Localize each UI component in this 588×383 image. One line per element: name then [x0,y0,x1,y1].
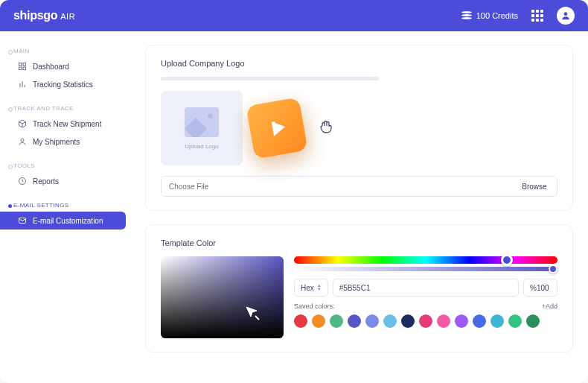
sidebar-item-email-custom[interactable]: E-mail Customization [0,212,126,230]
color-swatch[interactable] [401,314,415,328]
brand: shipsgo AIR [13,9,75,22]
browse-button[interactable]: Browse [512,177,557,196]
alpha-handle[interactable] [549,265,557,273]
dragged-logo-preview[interactable] [246,97,307,159]
dashboard-icon [18,62,27,71]
svg-rect-1 [19,63,22,66]
color-swatch[interactable] [365,314,379,328]
color-swatch[interactable] [330,314,343,328]
clock-icon [18,177,27,186]
color-swatch[interactable] [455,314,468,328]
svg-line-12 [255,316,259,320]
color-swatch[interactable] [419,314,432,328]
nav-group-tools: TOOLS [0,158,130,172]
sidebar-item-dashboard[interactable]: Dashboard [0,57,130,75]
color-swatch[interactable] [508,314,522,328]
nav-label: My Shipments [33,138,80,146]
upload-box-label: Upload Logo [185,143,218,150]
swatch-list [294,314,557,328]
nav-label: Track New Shipment [33,120,101,128]
main-content: Upload Company Logo Upload Logo Browse [130,31,588,383]
nav-group-main: MAIN [0,43,130,57]
user-icon [18,137,27,146]
hue-handle[interactable] [501,254,513,266]
alpha-slider[interactable] [294,267,557,271]
sidebar-item-tracking-stats[interactable]: Tracking Statistics [0,75,130,93]
stats-icon [18,80,27,89]
upload-card: Upload Company Logo Upload Logo Browse [145,45,573,211]
color-swatch[interactable] [473,314,486,328]
mail-icon [18,216,27,225]
header: shipsgo AIR 100 Credits [0,0,588,31]
svg-rect-4 [23,67,26,70]
color-title: Template Color [161,238,557,247]
color-swatch[interactable] [437,314,450,328]
credits-label: 100 Credits [476,11,518,20]
credits[interactable]: 100 Credits [461,11,518,20]
sidebar-item-my-shipments[interactable]: My Shipments [0,133,130,151]
saved-colors-label: Saved colors: [294,303,335,310]
color-swatch[interactable] [526,314,540,328]
cursor-click-icon [243,304,261,325]
header-right: 100 Credits [461,7,575,25]
svg-point-0 [564,12,568,16]
svg-rect-2 [23,63,26,66]
nav-group-track: TRACK AND TRACE [0,101,130,115]
format-value: Hex [301,284,314,292]
color-swatch[interactable] [312,314,325,328]
upload-progress [161,77,379,80]
nav-label: Reports [33,177,59,186]
file-chooser: Browse [161,176,557,197]
sidebar: MAIN Dashboard Tracking Statistics TRACK… [0,31,130,383]
avatar-icon[interactable] [557,7,575,25]
nav-label: Dashboard [33,63,69,71]
hue-slider[interactable] [294,256,557,264]
upload-title: Upload Company Logo [161,59,557,68]
color-swatch[interactable] [348,314,361,328]
hex-input[interactable]: #5B55C1 [333,279,519,297]
package-icon [18,119,27,128]
nav-label: Tracking Statistics [33,80,93,89]
color-swatch[interactable] [383,314,397,328]
image-placeholder-icon [185,107,219,137]
color-card: Template Color Hex ▲▼ #5B55C1 [145,224,573,352]
nav-group-email: E-MAIL SETTINGS [0,197,130,212]
color-swatch[interactable] [294,314,307,328]
brand-main: shipsgo [13,9,57,22]
nav-label: E-mail Customization [33,217,103,225]
coins-icon [461,11,472,20]
svg-rect-3 [19,67,22,70]
chevron-updown-icon: ▲▼ [317,284,322,291]
format-select[interactable]: Hex ▲▼ [294,279,328,297]
file-input[interactable] [162,177,512,196]
color-swatch[interactable] [490,314,504,328]
color-gradient-picker[interactable] [161,256,284,338]
opacity-input[interactable]: %100 [523,279,557,297]
grab-cursor-icon [317,118,335,139]
add-color-button[interactable]: +Add [542,303,557,310]
sidebar-item-track-new[interactable]: Track New Shipment [0,115,130,133]
svg-point-8 [21,139,24,142]
apps-grid-icon[interactable] [531,10,543,22]
upload-dropzone[interactable]: Upload Logo [161,91,243,165]
sidebar-item-reports[interactable]: Reports [0,172,130,190]
brand-sub: AIR [60,12,75,21]
